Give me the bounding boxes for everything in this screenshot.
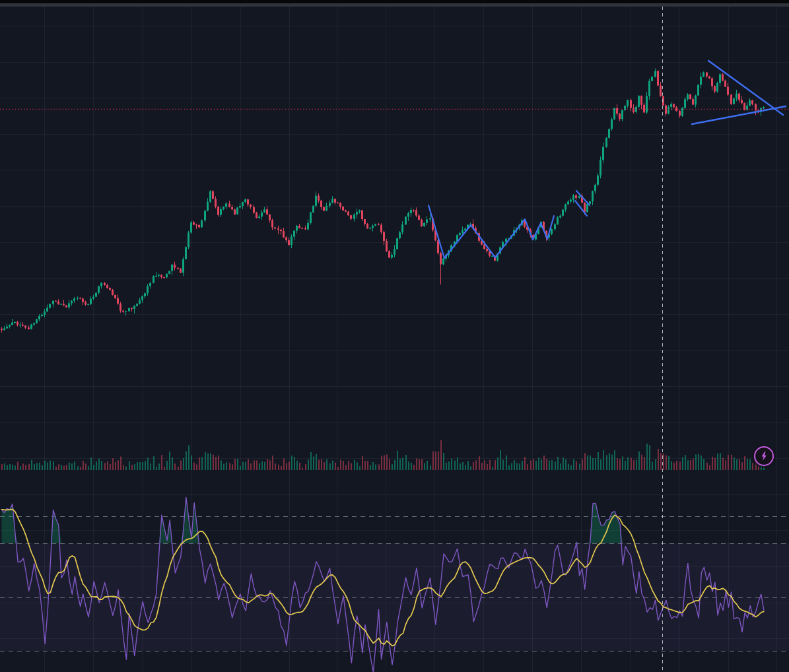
top-toolbar-strip xyxy=(0,3,789,7)
lightning-icon xyxy=(758,450,770,462)
lightning-button[interactable] xyxy=(754,446,774,466)
chart-root xyxy=(0,0,789,672)
price-chart-canvas[interactable] xyxy=(0,0,789,672)
